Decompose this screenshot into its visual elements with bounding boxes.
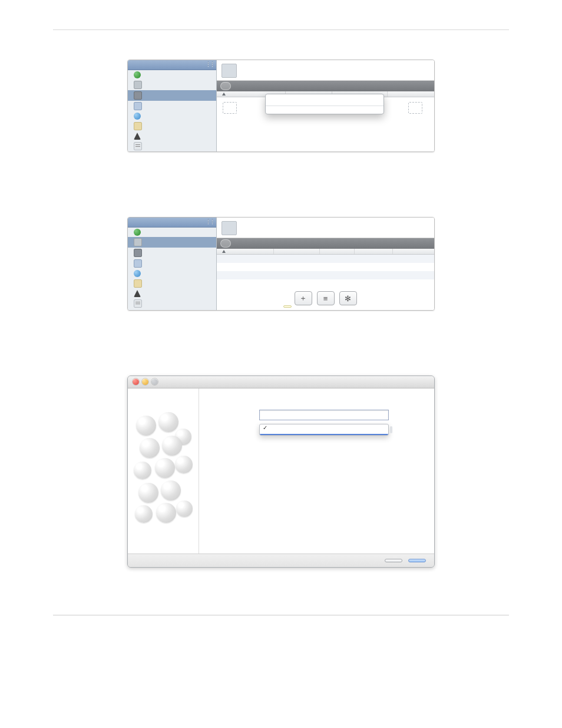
sort-asc-icon — [222, 93, 226, 95]
quota-icon — [134, 290, 141, 297]
volumes-toolbar: ＋ ≡ ✻ — [217, 288, 434, 310]
assistant-content — [199, 388, 434, 554]
volume-icon — [134, 81, 142, 89]
sidebar-item-computers[interactable] — [128, 258, 216, 269]
volume-type-option[interactable] — [260, 434, 388, 435]
sidebar-item-volumes[interactable] — [128, 237, 216, 248]
col-volume[interactable] — [388, 91, 434, 97]
sidebar-header — [128, 60, 216, 70]
dropdown-scrollbar[interactable] — [390, 426, 392, 433]
col-size[interactable] — [320, 249, 354, 254]
filter-all-pill[interactable] — [220, 82, 231, 90]
tooltip-add-volume — [283, 305, 292, 308]
sidebar-item-computers[interactable] — [128, 101, 216, 111]
sidebar-item-quotas[interactable] — [128, 289, 216, 298]
volume-name-input[interactable] — [259, 410, 389, 420]
computer-icon — [134, 102, 142, 110]
sidebar-item-luns[interactable] — [128, 248, 216, 258]
close-icon[interactable] — [133, 378, 139, 385]
sidebar-item-mounts[interactable] — [128, 269, 216, 278]
volumes-grid[interactable] — [217, 255, 434, 288]
sidebar-item-serial-numbers[interactable] — [128, 141, 216, 151]
minimize-icon[interactable] — [142, 378, 148, 385]
sidebar-item-file-management[interactable] — [128, 121, 216, 131]
lun-icon — [134, 249, 142, 257]
menu-remove-lun-label — [266, 100, 384, 104]
go-back-button[interactable] — [385, 559, 402, 562]
overview-icon — [134, 71, 141, 78]
sidebar-item-overview[interactable] — [128, 228, 216, 237]
filter-all-pill[interactable] — [220, 239, 231, 248]
sidebar-item-luns[interactable] — [128, 90, 216, 101]
luns-filter-bar — [217, 81, 434, 91]
volumes-main: ＋ ≡ ✻ — [217, 218, 434, 310]
sidebar-item-overview[interactable] — [128, 70, 216, 80]
serial-icon — [134, 299, 142, 308]
xsan-volumes-window: ＋ ≡ ✻ — [127, 217, 435, 311]
lun-context-menu — [265, 94, 384, 114]
sidebar — [128, 60, 217, 151]
mount-icon — [134, 270, 141, 277]
assistant-footer — [128, 554, 434, 567]
sidebar-item-file-management[interactable] — [128, 278, 216, 289]
col-available[interactable] — [355, 249, 393, 254]
volumes-column-headers — [217, 249, 434, 255]
sliders-icon: ≡ — [323, 294, 328, 303]
volumes-filter-bar — [217, 238, 434, 249]
gear-icon: ✻ — [345, 294, 351, 303]
xsan-luns-window — [127, 60, 435, 152]
volume-icon — [134, 238, 142, 246]
sidebar-header — [128, 218, 216, 228]
serial-icon — [134, 142, 142, 150]
quota-icon — [134, 133, 141, 140]
sidebar-item-quotas[interactable] — [128, 131, 216, 141]
volume-name-label — [210, 410, 256, 411]
sidebar-item-mounts[interactable] — [128, 111, 216, 121]
col-hosted-by[interactable] — [274, 249, 320, 254]
plus-icon: ＋ — [299, 293, 307, 304]
continue-button[interactable] — [408, 559, 426, 562]
action-menu-button[interactable]: ✻ — [339, 291, 357, 305]
luns-main — [217, 60, 434, 151]
sidebar — [128, 218, 217, 310]
volumes-header-icon — [222, 221, 237, 235]
folder-icon — [134, 279, 142, 288]
col-name[interactable] — [217, 249, 274, 254]
lun-placeholder-icon — [223, 102, 237, 114]
menu-edit-notifications[interactable] — [266, 108, 384, 111]
volume-type-dropdown[interactable] — [259, 424, 389, 436]
sidebar-item-volumes[interactable] — [128, 80, 216, 90]
adjust-button[interactable]: ≡ — [317, 291, 335, 305]
overview-icon — [134, 229, 141, 236]
sidebar-item-serial-numbers[interactable] — [128, 298, 216, 309]
mount-icon — [134, 113, 141, 120]
window-controls — [133, 378, 158, 385]
luns-header-icon — [222, 64, 237, 78]
luns-grid[interactable] — [217, 97, 434, 129]
sort-asc-icon — [222, 250, 226, 253]
add-volume-button[interactable]: ＋ — [295, 291, 312, 305]
lun-placeholder-icon — [408, 102, 422, 114]
folder-icon — [134, 122, 142, 130]
col-percent-used[interactable] — [393, 249, 434, 254]
volume-type-label — [210, 424, 256, 426]
computer-icon — [134, 259, 142, 268]
window-titlebar[interactable] — [128, 376, 434, 388]
lun-icon — [134, 91, 142, 100]
assistant-graphic — [128, 388, 199, 554]
zoom-icon[interactable] — [151, 378, 158, 385]
san-setup-window — [127, 375, 435, 568]
